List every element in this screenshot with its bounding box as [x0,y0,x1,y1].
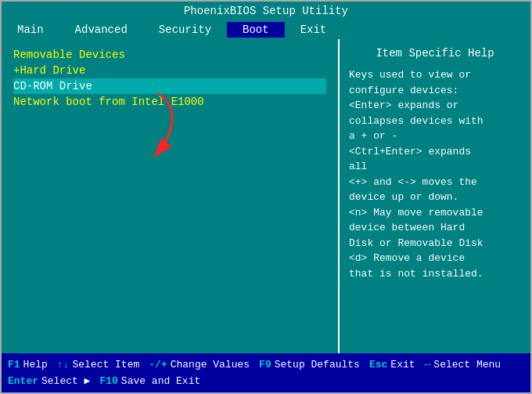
title-bar: PhoenixBIOS Setup Utility [2,2,530,20]
label-help: Help [23,359,48,371]
status-f9: F9 Setup Defaults [259,359,360,371]
key-f1: F1 [8,359,20,371]
label-select: Select ▶ [41,374,90,387]
key-plusminus: -/+ [149,359,167,371]
key-leftright: ↔ [425,359,431,371]
menu-item-boot[interactable]: Boot [227,22,285,38]
boot-item-harddrive[interactable]: +Hard Drive [13,63,326,78]
key-f10: F10 [99,375,117,387]
boot-item-removable[interactable]: Removable Devices [13,47,326,63]
menu-item-security[interactable]: Security [143,22,227,38]
key-esc: Esc [369,359,387,371]
bios-title: PhoenixBIOS Setup Utility [184,5,348,17]
status-f10: F10 Save and Exit [99,375,200,387]
label-select-menu: Select Menu [433,359,501,371]
bios-container: PhoenixBIOS Setup Utility Main Advanced … [0,0,532,394]
label-change-values: Change Values [171,359,250,371]
status-leftright: ↔ Select Menu [425,359,501,371]
key-f9: F9 [259,359,271,371]
label-save-exit: Save and Exit [121,375,200,387]
label-select-item: Select Item [72,359,139,371]
key-updown: ↑↓ [57,359,70,371]
menu-item-main[interactable]: Main [2,22,59,38]
status-f1: F1 Help [8,359,48,371]
menu-item-exit[interactable]: Exit [285,22,343,38]
main-content: Removable Devices +Hard Drive CD-ROM Dri… [2,39,530,353]
key-enter: Enter [8,375,38,387]
boot-item-network[interactable]: Network boot from Intel E1000 [13,94,326,110]
menu-bar[interactable]: Main Advanced Security Boot Exit [2,20,530,39]
label-exit: Exit [390,359,415,371]
menu-item-advanced[interactable]: Advanced [59,22,143,38]
right-panel: Item Specific Help Keys used to view or … [338,39,530,353]
status-enter: Enter Select ▶ [8,374,90,387]
help-title: Item Specific Help [349,47,521,60]
boot-item-cdrom[interactable]: CD-ROM Drive [13,78,326,94]
status-bar: F1 Help ↑↓ Select Item -/+ Change Values… [2,353,530,392]
status-change: -/+ Change Values [149,359,250,371]
label-setup-defaults: Setup Defaults [275,359,360,371]
status-esc: Esc Exit [369,359,415,371]
status-updown: ↑↓ Select Item [57,359,139,371]
left-panel: Removable Devices +Hard Drive CD-ROM Dri… [2,39,338,353]
help-text: Keys used to view or configure devices: … [349,67,521,281]
